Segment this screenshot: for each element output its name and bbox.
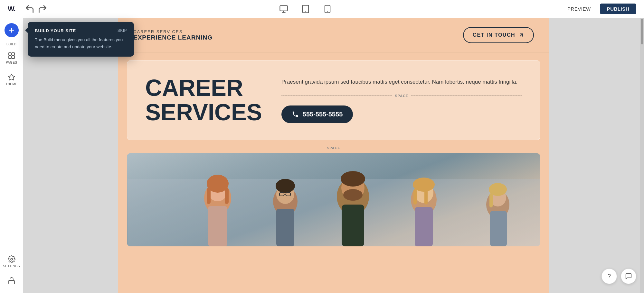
hero-title-line1: CAREER: [145, 76, 262, 100]
phone-icon: [292, 111, 299, 118]
svg-rect-3: [302, 5, 308, 13]
svg-rect-11: [9, 56, 11, 59]
add-build-button[interactable]: [5, 23, 19, 37]
svg-point-13: [11, 258, 13, 260]
space-line-right: [411, 96, 522, 96]
tablet-device-button[interactable]: [298, 3, 313, 15]
arrow-icon: [518, 32, 524, 38]
undo-button[interactable]: [24, 4, 35, 14]
pages-label: PAGES: [6, 61, 17, 64]
top-bar-left: W.: [8, 4, 48, 14]
space-line-b-right: [343, 148, 540, 148]
svg-rect-14: [9, 280, 14, 284]
nav-title: EXPERIENCE LEARNING: [133, 34, 213, 41]
svg-rect-41: [424, 189, 428, 205]
team-photo: [127, 153, 540, 246]
sidebar-item-pages[interactable]: PAGES: [2, 49, 22, 68]
mobile-device-button[interactable]: [320, 3, 335, 15]
top-bar-right: PREVIEW PUBLISH: [564, 4, 636, 14]
phone-button[interactable]: 555-555-5555: [281, 105, 353, 123]
device-switcher: [277, 3, 335, 15]
svg-rect-44: [490, 211, 507, 246]
undo-redo-group: [24, 4, 48, 14]
svg-rect-9: [9, 53, 11, 55]
svg-rect-33: [342, 205, 364, 246]
svg-point-27: [276, 179, 295, 193]
svg-point-34: [341, 171, 365, 187]
tooltip-popup: BUILD YOUR SITE SKIP The Build menu give…: [28, 22, 134, 57]
get-in-touch-label: GET IN TOUCH: [473, 32, 515, 38]
hero-title: CAREER SERVICES: [145, 76, 262, 124]
redo-button[interactable]: [37, 4, 48, 14]
tooltip-header: BUILD YOUR SITE SKIP: [35, 28, 127, 33]
chat-fab-button[interactable]: [621, 269, 636, 284]
right-scrollbar[interactable]: [640, 18, 644, 293]
space-line-left: [281, 96, 393, 96]
svg-rect-0: [280, 5, 287, 11]
svg-line-15: [520, 34, 523, 36]
svg-rect-38: [415, 207, 433, 246]
publish-button[interactable]: PUBLISH: [600, 4, 636, 14]
top-bar: W.: [0, 0, 644, 18]
desktop-device-button[interactable]: [277, 3, 291, 15]
theme-label: THEME: [5, 82, 17, 86]
hero-right: Praesent gravida ipsum sed faucibus matt…: [281, 78, 522, 123]
svg-rect-46: [489, 193, 493, 207]
chat-icon: [625, 273, 632, 280]
sidebar-bottom: SETTINGS: [2, 252, 22, 288]
svg-point-35: [343, 189, 363, 201]
svg-rect-17: [128, 179, 540, 246]
team-image-section: [127, 153, 540, 246]
space-between-label: SPACE: [327, 146, 340, 150]
svg-rect-40: [413, 189, 417, 205]
settings-label: SETTINGS: [3, 264, 20, 268]
help-fab-button[interactable]: ?: [601, 269, 617, 284]
logo: W.: [8, 5, 15, 13]
tooltip-title: BUILD YOUR SITE: [35, 28, 76, 33]
space-indicator-top: SPACE: [281, 94, 522, 98]
svg-rect-20: [208, 206, 227, 246]
tooltip-body: The Build menu gives you all the feature…: [35, 36, 127, 50]
hero-description: Praesent gravida ipsum sed faucibus matt…: [281, 78, 522, 86]
preview-button[interactable]: PREVIEW: [564, 4, 595, 14]
svg-rect-5: [325, 5, 330, 13]
phone-number: 555-555-5555: [303, 111, 343, 118]
tooltip-skip-button[interactable]: SKIP: [118, 28, 127, 33]
sidebar-item-lock[interactable]: [2, 274, 22, 288]
sidebar-item-settings[interactable]: SETTINGS: [2, 252, 22, 271]
svg-rect-22: [207, 188, 211, 204]
sidebar-item-theme[interactable]: THEME: [2, 70, 22, 89]
get-in-touch-button[interactable]: GET IN TOUCH: [463, 27, 534, 43]
canvas: CAREER SERVICES EXPERIENCE LEARNING GET …: [118, 18, 549, 293]
svg-rect-23: [225, 188, 229, 204]
fab-group: ?: [601, 269, 636, 284]
space-line-b-left: [127, 148, 324, 148]
svg-rect-10: [12, 53, 14, 55]
space-between-sections: SPACE: [118, 143, 549, 153]
svg-rect-26: [276, 209, 294, 246]
nav-subtitle: CAREER SERVICES: [133, 29, 213, 34]
canvas-nav: CAREER SERVICES EXPERIENCE LEARNING GET …: [118, 18, 549, 52]
canvas-nav-left: CAREER SERVICES EXPERIENCE LEARNING: [133, 29, 213, 41]
team-illustration: [127, 153, 540, 246]
space-label-text: SPACE: [395, 94, 408, 98]
hero-title-line2: SERVICES: [145, 100, 262, 125]
svg-rect-12: [12, 56, 14, 59]
help-icon: ?: [608, 273, 611, 280]
build-label: BUILD: [6, 42, 16, 46]
main-area: CAREER SERVICES EXPERIENCE LEARNING GET …: [23, 18, 644, 293]
sidebar: BUILD PAGES THEME SETTINGS: [0, 18, 23, 293]
scrollbar-thumb: [641, 19, 643, 44]
hero-section: CAREER SERVICES Praesent gravida ipsum s…: [127, 60, 540, 140]
